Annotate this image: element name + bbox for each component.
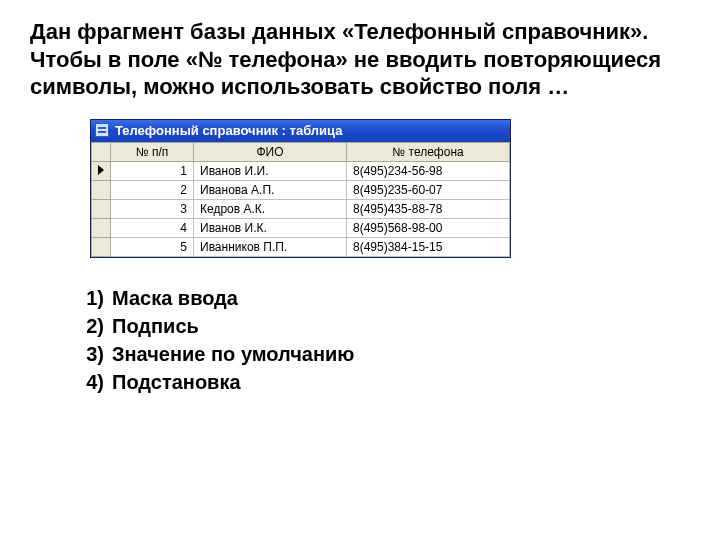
answer-text: Значение по умолчанию [112,340,354,368]
screenshot-wrapper: Телефонный справочник : таблица № п/п ФИ… [90,119,690,258]
col-header-num: № п/п [111,142,194,161]
answer-marker: 1) [82,284,104,312]
answer-option: 2) Подпись [82,312,690,340]
cell-num: 3 [111,199,194,218]
col-header-tel: № телефона [347,142,510,161]
col-header-fio: ФИО [194,142,347,161]
row-selector [92,161,111,180]
current-row-marker-icon [98,165,104,175]
row-selector-header [92,142,111,161]
cell-num: 2 [111,180,194,199]
access-table-window: Телефонный справочник : таблица № п/п ФИ… [90,119,511,258]
answers-list: 1) Маска ввода 2) Подпись 3) Значение по… [82,284,690,396]
cell-fio: Иванов И.И. [194,161,347,180]
answer-option: 1) Маска ввода [82,284,690,312]
table-row: 2 Иванова А.П. 8(495)235-60-07 [92,180,510,199]
answer-text: Маска ввода [112,284,238,312]
answer-option: 3) Значение по умолчанию [82,340,690,368]
cell-tel: 8(495)568-98-00 [347,218,510,237]
data-grid: № п/п ФИО № телефона 1 Иванов И.И. 8(495… [91,142,510,257]
answer-text: Подпись [112,312,199,340]
table-row: 5 Иванников П.П. 8(495)384-15-15 [92,237,510,256]
answer-option: 4) Подстановка [82,368,690,396]
table-row: 1 Иванов И.И. 8(495)234-56-98 [92,161,510,180]
row-selector [92,199,111,218]
cell-fio: Иванов И.К. [194,218,347,237]
answer-marker: 3) [82,340,104,368]
cell-fio: Кедров А.К. [194,199,347,218]
cell-num: 5 [111,237,194,256]
cell-fio: Иванова А.П. [194,180,347,199]
row-selector [92,180,111,199]
row-selector [92,218,111,237]
cell-tel: 8(495)235-60-07 [347,180,510,199]
cell-tel: 8(495)435-88-78 [347,199,510,218]
cell-tel: 8(495)234-56-98 [347,161,510,180]
row-selector [92,237,111,256]
answer-text: Подстановка [112,368,241,396]
window-title-text: Телефонный справочник : таблица [115,123,342,138]
cell-num: 4 [111,218,194,237]
cell-num: 1 [111,161,194,180]
table-row: 3 Кедров А.К. 8(495)435-88-78 [92,199,510,218]
window-titlebar: Телефонный справочник : таблица [91,120,510,142]
answer-marker: 2) [82,312,104,340]
question-text: Дан фрагмент базы данных «Телефонный спр… [30,18,690,101]
cell-fio: Иванников П.П. [194,237,347,256]
table-row: 4 Иванов И.К. 8(495)568-98-00 [92,218,510,237]
datasheet-icon [95,123,109,137]
answer-marker: 4) [82,368,104,396]
cell-tel: 8(495)384-15-15 [347,237,510,256]
